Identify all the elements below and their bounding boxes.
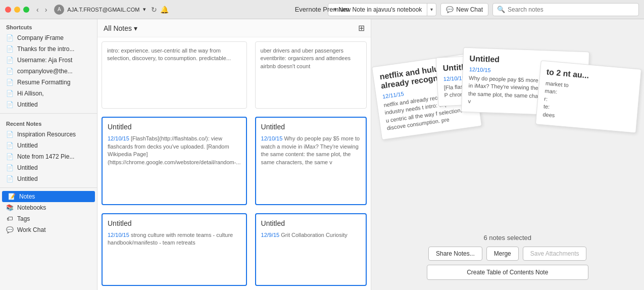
note-icon: 📄	[6, 131, 13, 138]
titlebar: ‹ › A AJA.T.FROST@GMAIL.COM ▾ ↻ 🔔 Everno…	[0, 0, 644, 19]
shortcuts-title: Shortcuts	[0, 19, 97, 32]
traffic-lights	[5, 7, 29, 13]
note-icon: 📄	[6, 101, 13, 108]
sidebar-item-company-iframe[interactable]: 📄 Company iFrame	[0, 32, 97, 43]
tags-icon: 🏷	[6, 215, 13, 222]
save-attachments-button[interactable]: Save Attachments	[523, 247, 587, 261]
main-layout: Shortcuts 📄 Company iFrame 📄 Thanks for …	[0, 19, 644, 290]
stacked-cards: netflix and hulu already recognize... 12…	[371, 50, 645, 221]
note-title: Untitled	[261, 123, 361, 131]
note-excerpt: uber drivers and uber passengers eventbr…	[261, 47, 361, 70]
sidebar-item-untitled3[interactable]: 📄 Untitled	[0, 173, 97, 184]
note-card-1[interactable]: Untitled 12/10/15 [FlashTabs](http://fla…	[102, 117, 247, 205]
sidebar-label: Untitled	[17, 142, 38, 149]
sidebar-item-untitled-shortcut[interactable]: 📄 Untitled	[0, 99, 97, 110]
new-chat-label: New Chat	[456, 6, 483, 13]
sidebar-label: Resume Formatting	[17, 79, 70, 86]
note-card-2[interactable]: Untitled 12/10/15 Why do people pay $5 m…	[255, 117, 367, 205]
search-input[interactable]	[508, 6, 634, 13]
notes-grid: intro: experience. user-centric all the …	[97, 37, 371, 290]
minimize-button[interactable]	[14, 7, 20, 13]
sidebar-item-notes[interactable]: 📝 Notes	[2, 191, 95, 202]
create-toc-button[interactable]: Create Table of Contents Note	[427, 265, 588, 280]
close-button[interactable]	[5, 7, 11, 13]
divider	[0, 187, 97, 188]
account-dropdown-icon: ▾	[143, 6, 146, 13]
forward-button[interactable]: ›	[43, 5, 49, 15]
sidebar-label: Username: Aja Frost	[17, 57, 72, 64]
new-note-dropdown-icon[interactable]: ▾	[427, 4, 436, 16]
notes-icon: 📝	[8, 193, 15, 200]
note-icon: 📄	[6, 175, 13, 182]
sidebar-item-untitled1[interactable]: 📄 Untitled	[0, 140, 97, 151]
note-card-3[interactable]: Untitled 12/10/15 strong culture with re…	[102, 213, 247, 286]
selected-count: 6 notes selected	[483, 234, 531, 241]
note-card-4[interactable]: Untitled 12/9/15 Grit Collaboration Curi…	[255, 213, 367, 286]
view-toggle-icon[interactable]: ⊞	[358, 23, 365, 33]
sidebar-label: Note from 1472 Pie...	[17, 153, 74, 160]
back-button[interactable]: ‹	[34, 5, 41, 15]
avatar: A	[54, 5, 64, 15]
note-excerpt: 12/10/15 Why do people pay $5 more to wa…	[261, 135, 361, 166]
sidebar-label: Notes	[19, 193, 35, 200]
sidebar-item-hi-allison[interactable]: 📄 Hi Allison,	[0, 88, 97, 99]
sidebar-item-notebooks[interactable]: 📚 Notebooks	[0, 202, 97, 213]
sidebar-label: Company iFrame	[17, 34, 64, 41]
sidebar-item-resume-formatting[interactable]: 📄 Resume Formatting	[0, 77, 97, 88]
sidebar-label: Inspiration Resources	[17, 131, 76, 138]
app-title: Evernote Premium	[295, 6, 350, 13]
sidebar-label: Untitled	[17, 101, 38, 108]
note-icon: 📄	[6, 57, 13, 64]
notes-area: All Notes ▾ ⊞ intro: experience. user-ce…	[97, 19, 371, 290]
note-card-top-1[interactable]: intro: experience. user-centric all the …	[102, 41, 247, 109]
stack-card-text: market toman:r:te:dees	[542, 80, 633, 126]
dropdown-icon: ▾	[134, 24, 137, 32]
note-title: Untitled	[108, 219, 241, 227]
sidebar-label: Hi Allison,	[17, 90, 44, 97]
maximize-button[interactable]	[23, 7, 29, 13]
note-excerpt: 12/9/15 Grit Collaboration Curiosity	[261, 231, 361, 239]
sidebar-item-work-chat[interactable]: 💬 Work Chat	[0, 224, 97, 235]
note-icon: 📄	[6, 45, 13, 53]
stack-card-4[interactable]: to 2 nt au... market toman:r:te:dees	[535, 61, 641, 133]
sidebar-item-thanks-intro[interactable]: 📄 Thanks for the intro...	[0, 43, 97, 55]
account-area[interactable]: A AJA.T.FROST@GMAIL.COM ▾	[54, 5, 145, 15]
all-notes-label: All Notes	[104, 24, 132, 32]
note-icon: 📄	[6, 153, 13, 160]
all-notes-dropdown[interactable]: All Notes ▾	[104, 24, 137, 32]
sidebar-item-tags[interactable]: 🏷 Tags	[0, 213, 97, 224]
note-excerpt: 12/10/15 strong culture with remote team…	[108, 231, 241, 247]
recent-title: Recent Notes	[0, 117, 97, 129]
divider	[0, 113, 97, 114]
chat-icon: 💬	[446, 6, 454, 13]
share-notes-button[interactable]: Share Notes...	[428, 247, 482, 261]
chat-icon: 💬	[6, 226, 13, 233]
sidebar-label: Work Chat	[17, 226, 45, 233]
toolbar-right: + New Note in ajavuu's notebook ▾ 💬 New …	[328, 3, 639, 16]
note-card-top-2[interactable]: uber drivers and uber passengers eventbr…	[255, 41, 367, 109]
note-title: Untitled	[261, 219, 361, 227]
sidebar: Shortcuts 📄 Company iFrame 📄 Thanks for …	[0, 19, 97, 290]
merge-button[interactable]: Merge	[486, 247, 519, 261]
sidebar-label: companylove@the...	[17, 68, 73, 75]
bell-icon[interactable]: 🔔	[160, 6, 169, 14]
note-icon: 📄	[6, 142, 13, 149]
sidebar-label: Notebooks	[17, 204, 46, 211]
sidebar-label: Untitled	[17, 175, 38, 182]
sync-icon[interactable]: ↻	[151, 6, 157, 14]
sidebar-item-note-1472[interactable]: 📄 Note from 1472 Pie...	[0, 151, 97, 162]
account-label: AJA.T.FROST@GMAIL.COM	[67, 7, 139, 13]
sidebar-label: Tags	[17, 215, 30, 222]
notebooks-icon: 📚	[6, 204, 13, 211]
note-icon: 📄	[6, 68, 13, 75]
sidebar-item-untitled2[interactable]: 📄 Untitled	[0, 162, 97, 173]
search-box[interactable]: 🔍	[492, 3, 639, 16]
sidebar-item-companylove[interactable]: 📄 companylove@the...	[0, 66, 97, 77]
sidebar-label: Untitled	[17, 164, 38, 171]
new-chat-button[interactable]: 💬 New Chat	[440, 3, 488, 16]
note-icon: 📄	[6, 164, 13, 171]
sidebar-item-inspiration[interactable]: 📄 Inspiration Resources	[0, 129, 97, 140]
sidebar-label: Thanks for the intro...	[17, 45, 74, 53]
sidebar-item-username[interactable]: 📄 Username: Aja Frost	[0, 55, 97, 66]
search-icon: 🔍	[497, 6, 505, 13]
